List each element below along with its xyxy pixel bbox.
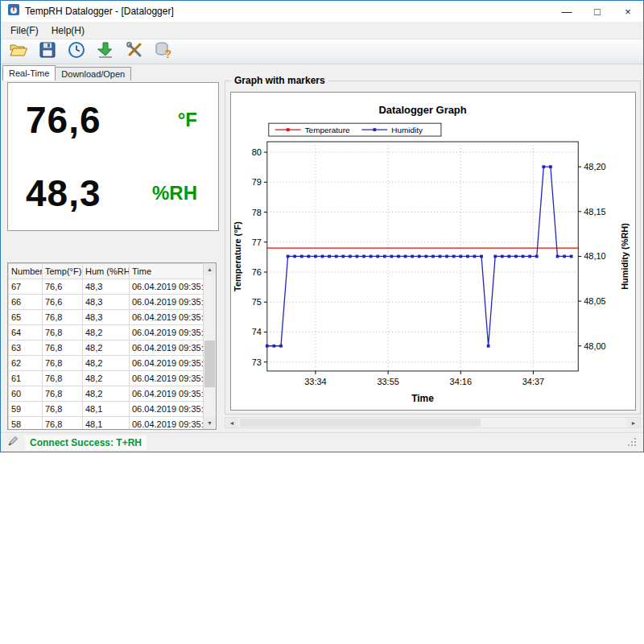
scroll-left-icon[interactable]: ◄ (225, 418, 238, 427)
temperature-readout: 76,6 °F (8, 83, 218, 157)
live-readout-panel: 76,6 °F 48,3 %RH (7, 82, 219, 231)
table-cell: 06.04.2019 09:35:27 (130, 310, 204, 325)
window-title: TempRH Datalogger - [Datalogger] (25, 6, 174, 17)
datalogger-chart: Datalogger Graph737475767778798048,0048,… (230, 92, 636, 411)
table-cell: 48,2 (83, 371, 130, 386)
log-table-panel: NumberTemp(°F)Hum (%RH)Time 6776,648,306… (7, 262, 217, 430)
menu-file[interactable]: File(F) (4, 23, 45, 38)
svg-text:48,20: 48,20 (584, 162, 605, 171)
settings-button[interactable] (123, 41, 145, 63)
log-table-body: 6776,648,306.04.2019 09:35:316676,648,30… (9, 279, 204, 431)
svg-text:48,00: 48,00 (584, 341, 605, 351)
download-arrow-icon (96, 40, 115, 63)
close-button[interactable]: × (613, 1, 643, 22)
scroll-up-icon[interactable]: ▲ (204, 263, 216, 275)
table-cell: 06.04.2019 09:35:14 (130, 402, 204, 417)
table-cell: 76,8 (43, 371, 83, 386)
table-cell: 76,8 (43, 386, 83, 402)
table-cell: 61 (9, 371, 43, 386)
table-cell: 48,2 (83, 386, 130, 402)
table-cell: 63 (9, 341, 43, 356)
clock-icon (67, 40, 86, 63)
temperature-value: 76,6 (26, 98, 101, 142)
table-cell: 76,8 (43, 341, 83, 356)
status-message: Connect Success: T+RH (25, 436, 147, 450)
table-cell: 48,3 (83, 295, 130, 310)
table-vertical-scrollbar[interactable]: ▲ ▼ (203, 263, 216, 429)
floppy-save-icon (38, 40, 57, 63)
table-row[interactable]: 6676,648,306.04.2019 09:35:29 (9, 295, 204, 310)
table-row[interactable]: 5976,848,106.04.2019 09:35:14 (9, 402, 204, 417)
maximize-button[interactable]: □ (582, 1, 613, 22)
main-content: 76,6 °F 48,3 %RH NumberTemp(°F)Hum (%RH)… (1, 80, 643, 432)
scrollbar-track[interactable] (238, 418, 627, 427)
svg-text:33:55: 33:55 (377, 377, 398, 386)
svg-text:48,10: 48,10 (584, 251, 605, 261)
connection-pen-icon (7, 436, 19, 450)
table-cell: 64 (9, 325, 43, 341)
svg-text:34:16: 34:16 (450, 377, 472, 386)
scrollbar-thumb[interactable] (204, 341, 215, 387)
menu-bar: File(F) Help(H) (1, 22, 643, 39)
toolbar: ? (1, 39, 643, 64)
svg-text:78: 78 (252, 208, 262, 217)
table-cell: 76,6 (43, 295, 83, 310)
table-cell: 48,1 (83, 402, 130, 417)
column-header[interactable]: Time (130, 264, 204, 279)
table-cell: 76,8 (43, 356, 83, 371)
scroll-down-icon[interactable]: ▼ (204, 417, 216, 429)
scroll-right-icon[interactable]: ► (627, 418, 640, 427)
column-header[interactable]: Hum (%RH) (83, 264, 130, 279)
database-question-icon: ? (154, 40, 173, 63)
table-row[interactable]: 6776,648,306.04.2019 09:35:31 (9, 279, 204, 295)
temperature-unit: °F (178, 109, 197, 131)
resize-grip[interactable] (627, 436, 637, 450)
schedule-button[interactable] (65, 41, 87, 63)
table-row[interactable]: 6576,848,306.04.2019 09:35:27 (9, 310, 204, 325)
table-row[interactable]: 6176,848,206.04.2019 09:35:18 (9, 371, 204, 386)
table-cell: 76,8 (43, 310, 83, 325)
svg-text:76: 76 (252, 267, 262, 277)
tab-download-open[interactable]: Download/Open (55, 67, 131, 80)
tools-icon (125, 40, 144, 63)
svg-text:Humidity: Humidity (391, 126, 423, 134)
table-row[interactable]: 6476,848,206.04.2019 09:35:25 (9, 325, 204, 341)
humidity-readout: 48,3 %RH (8, 157, 218, 231)
table-cell: 48,3 (83, 279, 130, 295)
table-cell: 76,6 (43, 279, 83, 295)
table-cell: 48,2 (83, 341, 130, 356)
table-cell: 76,8 (43, 417, 83, 431)
menu-help[interactable]: Help(H) (45, 23, 91, 38)
log-table-header: NumberTemp(°F)Hum (%RH)Time (9, 264, 204, 279)
graph-groupbox: Graph with markers Datalogger Graph73747… (225, 80, 641, 415)
table-cell: 65 (9, 310, 43, 325)
column-header[interactable]: Number (9, 264, 43, 279)
table-cell: 76,8 (43, 325, 83, 341)
app-icon (7, 3, 20, 19)
table-row[interactable]: 6276,848,206.04.2019 09:35:21 (9, 356, 204, 371)
scrollbar-thumb[interactable] (240, 419, 481, 427)
svg-text:Temperature (°F): Temperature (°F) (233, 221, 242, 291)
table-cell: 06.04.2019 09:35:23 (130, 341, 204, 356)
table-row[interactable]: 5876,848,106.04.2019 09:35:12 (9, 417, 204, 431)
svg-text:?: ? (164, 47, 171, 60)
open-file-button[interactable] (7, 41, 29, 63)
svg-text:79: 79 (252, 177, 262, 187)
svg-text:34:37: 34:37 (522, 377, 544, 386)
app-window: TempRH Datalogger - [Datalogger] — □ × F… (0, 0, 644, 452)
table-row[interactable]: 6076,848,206.04.2019 09:35:16 (9, 386, 204, 402)
chart-horizontal-scrollbar[interactable]: ◄ ► (225, 417, 641, 428)
column-header[interactable]: Temp(°F) (43, 264, 83, 279)
save-button[interactable] (36, 41, 58, 63)
table-row[interactable]: 6376,848,206.04.2019 09:35:23 (9, 341, 204, 356)
minimize-button[interactable]: — (551, 1, 582, 22)
table-cell: 48,3 (83, 310, 130, 325)
download-data-button[interactable] (94, 41, 116, 63)
svg-text:74: 74 (252, 327, 262, 336)
svg-text:73: 73 (252, 357, 262, 367)
table-cell: 06.04.2019 09:35:16 (130, 386, 204, 402)
tab-real-time[interactable]: Real-Time (2, 65, 56, 80)
data-query-button[interactable]: ? (152, 41, 174, 63)
svg-text:Time: Time (411, 393, 434, 404)
table-cell: 58 (9, 417, 43, 431)
